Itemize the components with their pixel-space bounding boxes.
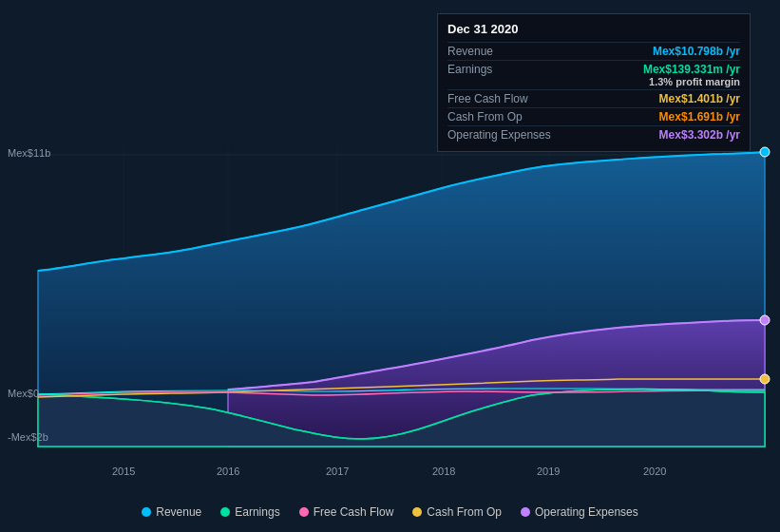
tooltip-title: Dec 31 2020 [447, 22, 740, 36]
x-label-2020: 2020 [643, 466, 666, 477]
legend-fcf[interactable]: Free Cash Flow [299, 505, 394, 519]
legend-cashop[interactable]: Cash From Op [412, 505, 502, 519]
fcf-legend-label: Free Cash Flow [314, 505, 394, 519]
revenue-value: Mex$10.798b /yr [653, 45, 740, 58]
cashop-legend-dot [412, 507, 422, 517]
legend-opex[interactable]: Operating Expenses [521, 505, 638, 519]
cashop-legend-label: Cash From Op [427, 505, 502, 519]
revenue-label: Revenue [447, 45, 493, 58]
x-label-2019: 2019 [537, 466, 560, 477]
opex-value: Mex$3.302b /yr [659, 128, 740, 142]
x-label-2016: 2016 [217, 466, 239, 477]
earnings-label: Earnings [447, 63, 492, 87]
chart-area: Dec 31 2020 Revenue Mex$10.798b /yr Earn… [0, 0, 780, 532]
x-label-2017: 2017 [326, 466, 349, 477]
svg-point-11 [760, 315, 770, 325]
opex-label: Operating Expenses [447, 128, 551, 142]
tooltip-earnings-row: Earnings Mex$139.331m /yr 1.3% profit ma… [447, 60, 740, 89]
tooltip-opex-row: Operating Expenses Mex$3.302b /yr [447, 125, 740, 143]
chart-legend: Revenue Earnings Free Cash Flow Cash Fro… [0, 505, 780, 519]
svg-point-12 [760, 374, 770, 384]
opex-legend-dot [521, 507, 530, 517]
profit-margin: 1.3% profit margin [649, 76, 740, 87]
y-label-zero: Mex$0 [8, 388, 39, 399]
svg-point-10 [760, 147, 770, 157]
earnings-legend-dot [220, 507, 230, 517]
y-label-neg: -Mex$2b [8, 431, 48, 443]
x-label-2018: 2018 [432, 466, 455, 477]
cashop-value: Mex$1.691b /yr [659, 110, 740, 124]
fcf-value: Mex$1.401b /yr [659, 92, 740, 105]
earnings-legend-label: Earnings [235, 505, 279, 519]
fcf-legend-dot [299, 507, 309, 517]
fcf-label: Free Cash Flow [447, 92, 528, 105]
revenue-legend-label: Revenue [156, 505, 201, 519]
cashop-label: Cash From Op [447, 110, 523, 124]
legend-revenue[interactable]: Revenue [142, 505, 201, 519]
opex-legend-label: Operating Expenses [535, 505, 638, 519]
y-label-top: Mex$11b [8, 147, 50, 159]
earnings-value: Mex$139.331m /yr [643, 63, 740, 76]
tooltip-cashop-row: Cash From Op Mex$1.691b /yr [447, 107, 740, 125]
x-label-2015: 2015 [112, 466, 135, 477]
revenue-legend-dot [142, 507, 151, 517]
tooltip-fcf-row: Free Cash Flow Mex$1.401b /yr [447, 89, 740, 107]
tooltip-revenue-row: Revenue Mex$10.798b /yr [447, 42, 740, 60]
legend-earnings[interactable]: Earnings [220, 505, 279, 519]
tooltip-box: Dec 31 2020 Revenue Mex$10.798b /yr Earn… [437, 13, 751, 152]
